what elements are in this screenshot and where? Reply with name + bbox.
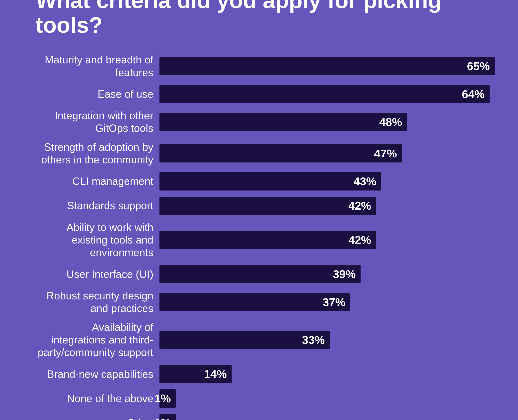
bar-row: Integration with other GitOps tools48%	[36, 109, 482, 135]
bar-track: 14%	[159, 365, 482, 383]
bar-value: 64%	[462, 88, 485, 101]
bar-row: CLI management43%	[36, 172, 482, 190]
bar-fill: 1%	[159, 389, 176, 408]
bar-label: Maturity and breadth of features	[36, 53, 153, 79]
bar-row: Availability of integrations and third-p…	[36, 321, 482, 359]
bar-track: 47%	[159, 144, 482, 163]
bar-track: 48%	[159, 113, 482, 131]
bar-fill: 64%	[159, 85, 489, 103]
bar-fill: 37%	[159, 293, 350, 311]
bar-value: 42%	[348, 233, 371, 247]
bar-fill: 33%	[159, 331, 330, 349]
bar-fill: 65%	[159, 57, 495, 75]
bar-fill: 1%	[159, 414, 176, 420]
bar-row: Robust security design and practices37%	[36, 289, 482, 315]
bar-value: 43%	[353, 175, 376, 188]
bar-track: 33%	[159, 331, 482, 349]
bar-value: 1%	[154, 392, 171, 405]
bar-track: 65%	[159, 57, 495, 75]
bar-fill: 47%	[159, 144, 402, 163]
bar-row: Ease of use64%	[36, 85, 482, 103]
bar-value: 47%	[374, 147, 397, 160]
bar-row: Standards support42%	[36, 197, 482, 215]
chart-title: What criteria did you apply for picking …	[36, 0, 482, 37]
bar-fill: 39%	[159, 265, 360, 283]
bar-row: None of the above1%	[36, 389, 482, 408]
bar-track: 1%	[159, 414, 482, 420]
bar-label: Brand-new capabilities	[36, 368, 153, 380]
bar-label: Integration with other GitOps tools	[36, 109, 153, 135]
bar-value: 33%	[302, 333, 325, 346]
bar-value: 65%	[467, 60, 490, 73]
bar-label: Robust security design and practices	[36, 289, 153, 315]
bar-track: 42%	[159, 197, 482, 215]
bar-fill: 42%	[159, 231, 376, 249]
bar-track: 1%	[159, 389, 482, 408]
bar-label: Ease of use	[36, 88, 153, 100]
bar-row: Other1%	[36, 414, 482, 420]
bar-track: 42%	[159, 231, 482, 249]
bar-row: Ability to work with existing tools and …	[36, 221, 482, 259]
bar-label: Other	[36, 417, 153, 420]
bar-row: Maturity and breadth of features65%	[36, 53, 482, 79]
bar-label: Availability of integrations and third-p…	[36, 321, 153, 359]
bar-value: 42%	[348, 199, 371, 212]
bar-row: Brand-new capabilities14%	[36, 365, 482, 383]
bar-value: 37%	[323, 295, 345, 309]
bar-track: 37%	[159, 293, 482, 311]
bar-row: Strength of adoption by others in the co…	[36, 141, 482, 166]
bar-value: 39%	[333, 268, 356, 281]
bar-track: 43%	[159, 172, 482, 190]
bar-track: 64%	[159, 85, 489, 103]
bar-fill: 48%	[159, 113, 407, 131]
bar-label: User Interface (UI)	[36, 268, 153, 280]
bar-label: None of the above	[36, 392, 153, 405]
bar-row: User Interface (UI)39%	[36, 265, 482, 283]
chart-area: Maturity and breadth of features65%Ease …	[36, 53, 482, 420]
bar-fill: 14%	[159, 365, 232, 383]
bar-value: 14%	[204, 368, 227, 381]
bar-fill: 43%	[159, 172, 381, 190]
bar-label: Strength of adoption by others in the co…	[36, 141, 153, 166]
chart-container: What criteria did you apply for picking …	[15, 0, 503, 420]
bar-label: CLI management	[36, 175, 153, 188]
bar-fill: 42%	[159, 197, 376, 215]
bar-label: Ability to work with existing tools and …	[36, 221, 153, 259]
bar-track: 39%	[159, 265, 482, 283]
bar-label: Standards support	[36, 199, 153, 212]
bar-value: 48%	[379, 115, 402, 128]
bar-value: 1%	[154, 416, 171, 420]
